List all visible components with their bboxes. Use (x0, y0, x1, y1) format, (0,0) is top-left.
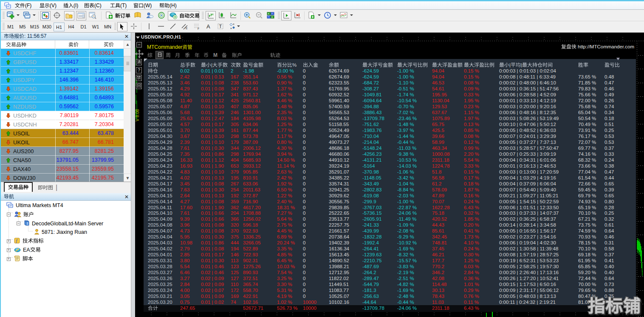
svg-text:T: T (219, 24, 222, 29)
svg-text:A: A (206, 23, 210, 30)
svg-text:E: E (186, 27, 188, 30)
svg-text:F: F (198, 27, 199, 30)
